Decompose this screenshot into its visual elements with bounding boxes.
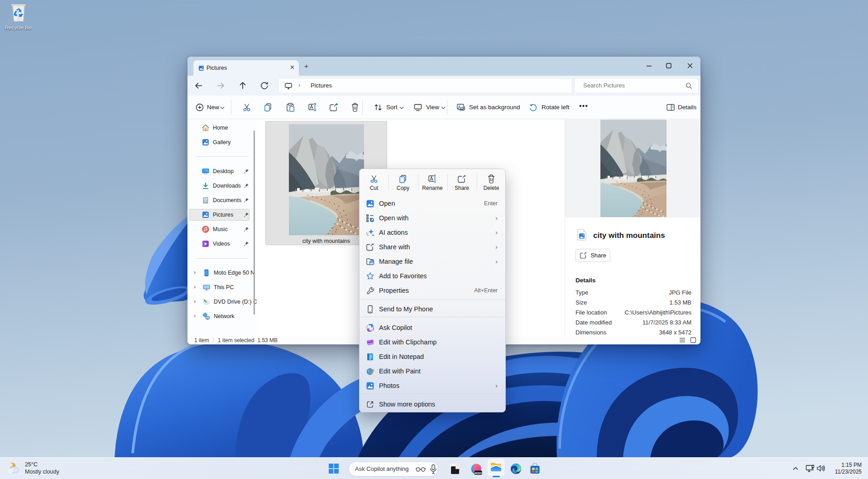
svg-text:M365: M365 [475,471,482,474]
